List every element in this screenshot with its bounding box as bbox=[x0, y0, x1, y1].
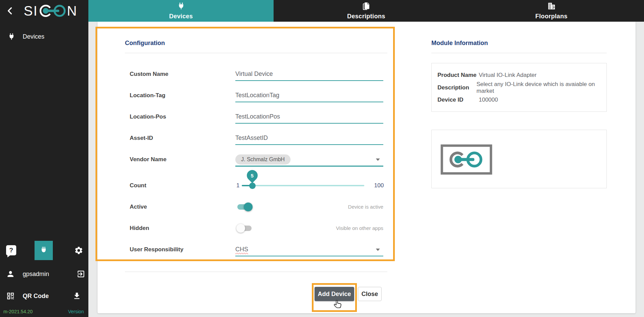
custom-name-input[interactable] bbox=[235, 68, 383, 80]
user-responsibility-select[interactable]: CHS bbox=[235, 244, 383, 256]
tab-label: Floorplans bbox=[535, 13, 567, 20]
io-link-device-logo bbox=[441, 144, 492, 175]
location-tag-input[interactable] bbox=[235, 89, 383, 101]
module-image-box bbox=[431, 130, 607, 188]
user-account-icon[interactable] bbox=[6, 270, 15, 280]
logo-text-prefix: SI bbox=[24, 3, 38, 19]
sidebar: SI N Devices ? bbox=[0, 0, 88, 317]
user-responsibility-value[interactable]: CHS bbox=[235, 246, 248, 253]
qr-code-label[interactable]: QR Code bbox=[23, 292, 49, 300]
chevron-down-icon[interactable] bbox=[376, 249, 380, 251]
tab-devices[interactable]: Devices bbox=[88, 0, 274, 22]
active-hint: Device is active bbox=[348, 201, 383, 213]
info-row-product-name: Product Name Virtual IO-Link Adapter bbox=[437, 71, 537, 80]
location-tag-field bbox=[235, 89, 383, 102]
form-row-count: Count 1 5 100 bbox=[125, 179, 387, 192]
module-information-title: Module Information bbox=[431, 40, 488, 47]
logout-icon[interactable] bbox=[77, 270, 85, 280]
field-label: Count bbox=[130, 179, 146, 192]
form-row-active: Active Device is active bbox=[125, 201, 387, 213]
form-row-vendor-name: Vendor Name J. Schmalz GmbH bbox=[125, 153, 387, 166]
help-glyph: ? bbox=[9, 247, 13, 254]
hidden-hint: Visible on other apps bbox=[336, 222, 383, 234]
tab-label: Descriptions bbox=[347, 13, 385, 20]
toggle-thumb bbox=[236, 224, 245, 233]
field-label: Custom Name bbox=[130, 68, 168, 80]
version-label: Version bbox=[68, 309, 84, 314]
slider-min-label: 1 bbox=[236, 179, 239, 192]
configuration-title: Configuration bbox=[125, 40, 165, 47]
divider bbox=[125, 272, 387, 272]
plug-icon bbox=[7, 33, 16, 42]
info-label: Product Name bbox=[437, 72, 479, 79]
top-tab-bar: Devices Descriptions bbox=[88, 0, 644, 22]
back-arrow-icon[interactable] bbox=[5, 5, 16, 16]
sidebar-item-devices[interactable]: Devices bbox=[0, 30, 88, 43]
form-row-location-tag: Location-Tag bbox=[125, 89, 387, 102]
close-button[interactable]: Close bbox=[358, 287, 382, 301]
hidden-toggle[interactable] bbox=[236, 224, 253, 233]
form-row-custom-name: Custom Name bbox=[125, 68, 387, 80]
logo-text-suffix: N bbox=[67, 3, 78, 19]
io-link-glyph-icon bbox=[38, 3, 67, 18]
qr-code-icon[interactable] bbox=[6, 292, 15, 302]
active-toggle[interactable] bbox=[236, 203, 253, 211]
tab-floorplans[interactable]: Floorplans bbox=[459, 0, 644, 22]
location-pos-input[interactable] bbox=[235, 111, 383, 122]
field-label: Active bbox=[130, 201, 147, 213]
sicon-logo: SI N bbox=[24, 3, 78, 19]
info-row-device-id: Device ID 100000 bbox=[437, 96, 498, 104]
building-icon bbox=[547, 2, 556, 12]
count-slider-value-bubble: 5 bbox=[244, 168, 260, 183]
chevron-down-icon[interactable] bbox=[376, 158, 380, 161]
slider-max-label: 100 bbox=[374, 179, 384, 192]
devices-app-selected-button[interactable] bbox=[35, 241, 53, 260]
plug-icon bbox=[39, 246, 48, 256]
settings-gear-icon[interactable] bbox=[74, 246, 83, 256]
plug-icon bbox=[177, 2, 186, 12]
slider-value: 5 bbox=[251, 173, 254, 178]
help-icon[interactable]: ? bbox=[6, 245, 16, 255]
add-device-button[interactable]: Add Device bbox=[315, 287, 354, 301]
download-icon[interactable] bbox=[72, 292, 81, 302]
tab-descriptions[interactable]: Descriptions bbox=[274, 0, 459, 22]
vendor-chip[interactable]: J. Schmalz GmbH bbox=[235, 154, 291, 165]
field-label: Vendor Name bbox=[130, 153, 167, 166]
sidebar-item-label: Devices bbox=[23, 30, 44, 43]
version-value: m-2021.54.20 bbox=[3, 309, 33, 314]
info-value: Virtual IO-Link Adapter bbox=[479, 72, 537, 79]
module-info-box: Product Name Virtual IO-Link Adapter Des… bbox=[431, 63, 607, 112]
app-window: SI N Devices ? bbox=[0, 0, 644, 317]
form-row-location-pos: Location-Pos bbox=[125, 111, 387, 123]
info-value: Select any IO-Link device which is avaia… bbox=[476, 81, 606, 94]
divider bbox=[125, 53, 387, 53]
documents-icon bbox=[362, 2, 371, 12]
info-value: 100000 bbox=[479, 97, 498, 103]
count-slider-thumb[interactable] bbox=[249, 183, 256, 189]
field-label: Hidden bbox=[130, 222, 149, 234]
toggle-thumb bbox=[244, 203, 253, 211]
info-label: Device ID bbox=[437, 97, 479, 103]
info-row-description: Description Select any IO-Link device wh… bbox=[437, 83, 606, 92]
tab-label: Devices bbox=[169, 13, 193, 20]
form-row-asset-id: Asset-ID bbox=[125, 132, 387, 144]
vendor-name-select[interactable]: J. Schmalz GmbH bbox=[235, 153, 383, 167]
info-label: Description bbox=[437, 84, 476, 91]
field-label: User Responsibility bbox=[130, 244, 184, 256]
custom-name-field bbox=[235, 68, 383, 81]
form-row-hidden: Hidden Visible on other apps bbox=[125, 222, 387, 234]
asset-id-field bbox=[235, 132, 383, 145]
asset-id-input[interactable] bbox=[235, 132, 383, 144]
device-dialog-card: Configuration Custom Name Location-Tag L… bbox=[98, 22, 636, 313]
location-pos-field bbox=[235, 111, 383, 124]
username-label: gpsadmin bbox=[23, 270, 49, 278]
field-label: Location-Pos bbox=[130, 111, 166, 123]
divider bbox=[431, 53, 607, 53]
form-row-user-responsibility: User Responsibility CHS bbox=[125, 244, 387, 256]
field-label: Asset-ID bbox=[130, 132, 153, 144]
field-label: Location-Tag bbox=[130, 89, 165, 102]
count-slider-track[interactable] bbox=[242, 185, 364, 186]
